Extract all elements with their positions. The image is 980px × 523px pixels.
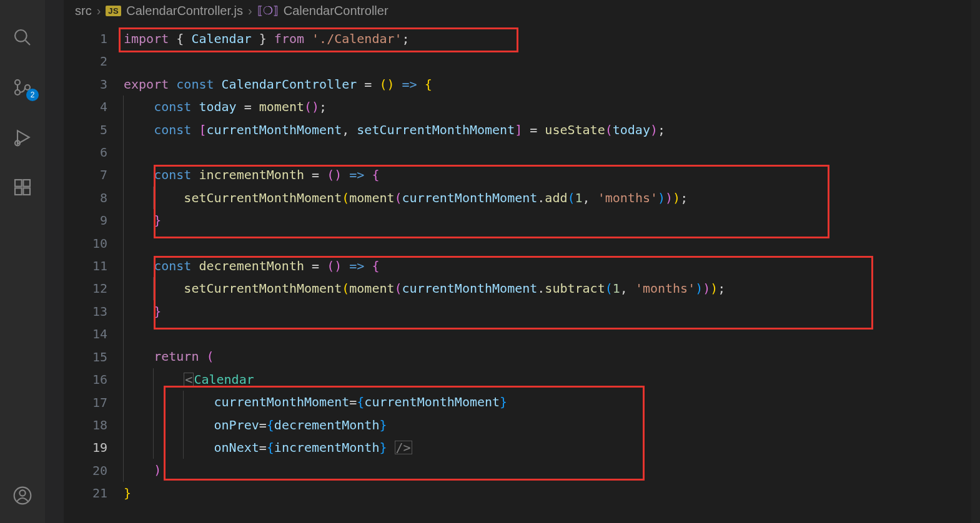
breadcrumb-file[interactable]: CalendarController.js <box>126 4 243 18</box>
code-line[interactable] <box>124 323 980 345</box>
search-icon <box>12 27 32 47</box>
code-line[interactable]: return ( <box>124 345 980 368</box>
svg-rect-7 <box>15 180 22 187</box>
line-number: 18 <box>64 414 107 436</box>
line-number: 14 <box>64 323 107 345</box>
line-number: 15 <box>64 346 107 368</box>
code-line[interactable]: onPrev={decrementMonth} <box>124 414 980 436</box>
line-number: 11 <box>64 255 107 277</box>
line-number: 8 <box>64 187 107 209</box>
breadcrumb-folder[interactable]: src <box>75 4 92 18</box>
line-number: 4 <box>64 95 107 118</box>
activity-account[interactable] <box>7 481 37 511</box>
activity-search[interactable] <box>7 22 37 52</box>
line-number: 6 <box>64 141 107 164</box>
code-line[interactable]: import { Calendar } from './Calendar'; <box>124 27 980 50</box>
svg-rect-10 <box>23 188 30 195</box>
breadcrumb-symbol[interactable]: CalendarController <box>284 4 389 18</box>
line-number: 3 <box>64 73 107 95</box>
code-line[interactable]: ) <box>124 459 980 481</box>
activity-extensions[interactable] <box>7 172 37 202</box>
account-icon <box>12 486 32 506</box>
code-line[interactable]: } <box>124 300 980 323</box>
code-line[interactable] <box>124 141 980 164</box>
code-line[interactable] <box>124 50 980 72</box>
run-debug-icon <box>12 127 32 147</box>
code-line[interactable]: export const CalendarController = () => … <box>124 73 980 95</box>
bracket-match-icon: /> <box>395 441 412 454</box>
line-number: 12 <box>64 277 107 300</box>
line-number: 21 <box>64 482 107 504</box>
editor-body[interactable]: 123456789101112131415161718192021 import… <box>64 21 980 523</box>
svg-line-1 <box>26 41 30 45</box>
line-number: 10 <box>64 232 107 255</box>
bracket-match-icon: < <box>184 373 194 386</box>
code-line[interactable]: const decrementMonth = () => { <box>124 255 980 277</box>
line-number: 19 <box>64 436 107 459</box>
line-number: 20 <box>64 459 107 482</box>
code-line[interactable]: currentMonthMoment={currentMonthMoment} <box>124 391 980 413</box>
activity-run-debug[interactable] <box>7 122 37 152</box>
svg-rect-8 <box>23 180 30 187</box>
extensions-icon <box>12 177 32 197</box>
code-content[interactable]: import { Calendar } from './Calendar';ex… <box>124 21 980 523</box>
svg-rect-9 <box>15 188 22 195</box>
chevron-right-icon: › <box>97 4 101 18</box>
line-number: 16 <box>64 368 107 391</box>
code-line[interactable]: setCurrentMonthMoment(moment(currentMont… <box>124 187 980 209</box>
code-line[interactable] <box>124 232 980 255</box>
code-line[interactable]: onNext={incrementMonth} /> <box>124 436 980 459</box>
code-line[interactable]: } <box>124 482 980 504</box>
code-line[interactable]: const [currentMonthMoment, setCurrentMon… <box>124 119 980 141</box>
js-file-icon: JS <box>106 6 121 16</box>
activity-source-control[interactable]: 2 <box>7 72 37 102</box>
code-line[interactable]: const today = moment(); <box>124 95 980 118</box>
editor-area: src › JS CalendarController.js › ⟦❍⟧ Cal… <box>64 0 980 523</box>
activity-bar: 2 <box>0 0 45 523</box>
code-line[interactable]: } <box>124 209 980 232</box>
svg-point-0 <box>15 30 27 42</box>
line-number-gutter: 123456789101112131415161718192021 <box>64 21 124 523</box>
svg-point-3 <box>15 90 20 95</box>
sidebar-strip <box>45 0 64 523</box>
line-number: 5 <box>64 119 107 141</box>
line-number: 17 <box>64 391 107 414</box>
svg-point-12 <box>19 490 25 496</box>
symbol-variable-icon: ⟦❍⟧ <box>257 4 279 17</box>
code-line[interactable]: <Calendar <box>124 368 980 391</box>
scrollbar[interactable] <box>971 0 980 523</box>
line-number: 1 <box>64 27 107 50</box>
breadcrumb[interactable]: src › JS CalendarController.js › ⟦❍⟧ Cal… <box>64 0 980 21</box>
line-number: 2 <box>64 50 107 72</box>
chevron-right-icon: › <box>248 4 252 18</box>
code-line[interactable]: const incrementMonth = () => { <box>124 164 980 186</box>
scm-badge: 2 <box>26 89 39 101</box>
svg-point-2 <box>15 80 20 85</box>
line-number: 13 <box>64 300 107 323</box>
line-number: 9 <box>64 209 107 232</box>
line-number: 7 <box>64 164 107 186</box>
code-line[interactable]: setCurrentMonthMoment(moment(currentMont… <box>124 277 980 300</box>
